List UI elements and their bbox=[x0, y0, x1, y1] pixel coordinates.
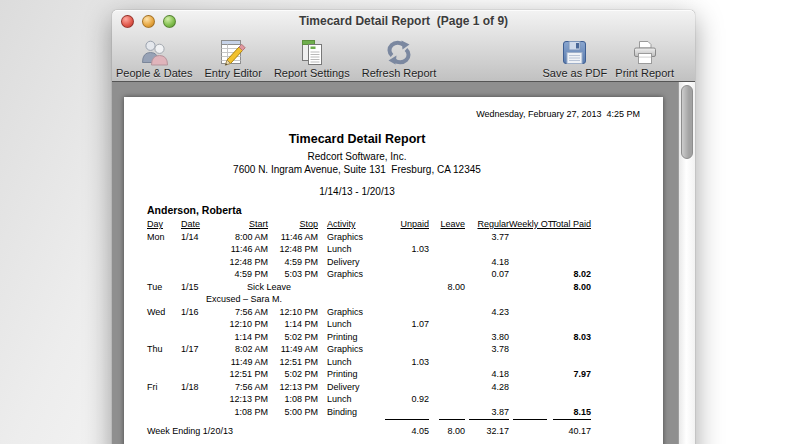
cell-leave bbox=[429, 331, 465, 344]
cell-weekly-ot bbox=[509, 268, 547, 281]
table-row: Fri1/187:56 AM12:13 PMDelivery4.28 bbox=[124, 381, 644, 394]
cell-leave bbox=[429, 243, 465, 256]
cell-total-paid bbox=[547, 256, 591, 269]
cell-day: Tue bbox=[147, 281, 181, 294]
report-date-range: 1/14/13 - 1/20/13 bbox=[124, 186, 590, 197]
employee-name: Anderson, Roberta bbox=[147, 204, 242, 216]
cell-start: 11:49 AM bbox=[220, 356, 268, 369]
cell-day bbox=[147, 243, 181, 256]
table-row: 12:48 PM4:59 PMDelivery4.18 bbox=[124, 256, 644, 269]
table-row: 11:46 AM12:48 PMLunch1.03 bbox=[124, 243, 644, 256]
cell-total-paid bbox=[547, 393, 591, 406]
cell-weekly-ot bbox=[509, 306, 547, 319]
cell-weekly-ot bbox=[509, 356, 547, 369]
cell-unpaid bbox=[378, 256, 429, 269]
refresh-report-label: Refresh Report bbox=[362, 67, 437, 79]
cell-day bbox=[147, 356, 181, 369]
col-header-unpaid: Unpaid bbox=[378, 218, 429, 231]
col-header-regular: Regular bbox=[465, 218, 509, 231]
cell-regular: 4.23 bbox=[465, 306, 509, 319]
cell-regular: 4.18 bbox=[465, 368, 509, 381]
cell-unpaid bbox=[378, 306, 429, 319]
cell-weekly-ot bbox=[509, 256, 547, 269]
cell-total-paid bbox=[547, 243, 591, 256]
cell-leave bbox=[429, 368, 465, 381]
cell-total-paid bbox=[547, 381, 591, 394]
cell-start: 8:00 AM bbox=[220, 231, 268, 244]
window-title: Timecard Detail Report (Page 1 of 9) bbox=[299, 14, 508, 28]
scrollbar-thumb[interactable] bbox=[681, 85, 693, 159]
people-dates-label: People & Dates bbox=[116, 67, 192, 79]
cell-unpaid bbox=[378, 231, 429, 244]
cell-activity bbox=[318, 281, 378, 294]
refresh-icon bbox=[384, 39, 414, 67]
cell-leave: 8.00 bbox=[429, 281, 465, 294]
cell-start: 11:46 AM bbox=[220, 243, 268, 256]
cell-stop: 5:00 PM bbox=[268, 406, 318, 419]
scrollbar-track[interactable] bbox=[678, 82, 695, 444]
cell-stop: 11:46 AM bbox=[268, 231, 318, 244]
table-row: 4:59 PM5:03 PMGraphics0.078.02 bbox=[124, 268, 644, 281]
toolbar-right-group: Save as PDF bbox=[541, 33, 675, 79]
cell-regular: 3.80 bbox=[465, 331, 509, 344]
report-settings-button[interactable]: Report Settings bbox=[273, 33, 351, 79]
cell-total-paid: 8.03 bbox=[547, 331, 591, 344]
print-report-button[interactable]: Print Report bbox=[614, 33, 675, 79]
cell-day bbox=[147, 268, 181, 281]
cell-start: 12:10 PM bbox=[220, 318, 268, 331]
minimize-button[interactable] bbox=[142, 15, 155, 28]
cell-unpaid bbox=[378, 343, 429, 356]
cell-leave-span: Sick Leave bbox=[220, 281, 318, 294]
cell-start: 4:59 PM bbox=[220, 268, 268, 281]
timecard-table: Day Date Start Stop Activity Unpaid Leav… bbox=[124, 218, 644, 438]
cell-regular: 4.28 bbox=[465, 381, 509, 394]
cell-date: 1/17 bbox=[181, 343, 220, 356]
cell-activity: Graphics bbox=[318, 268, 378, 281]
table-row: Thu1/178:02 AM11:49 AMGraphics3.78 bbox=[124, 343, 644, 356]
table-header-row: Day Date Start Stop Activity Unpaid Leav… bbox=[124, 218, 644, 231]
rule-weekly-ot bbox=[509, 411, 547, 424]
entry-editor-button[interactable]: Entry Editor bbox=[203, 33, 262, 79]
cell-stop: 1:08 PM bbox=[268, 393, 318, 406]
cell-leave bbox=[429, 343, 465, 356]
cell-date bbox=[181, 243, 220, 256]
cell-stop: 11:49 AM bbox=[268, 343, 318, 356]
cell-start: 1:14 PM bbox=[220, 331, 268, 344]
cell-date bbox=[181, 368, 220, 381]
cell-regular: 3.78 bbox=[465, 343, 509, 356]
cell-regular bbox=[465, 356, 509, 369]
cell-stop: 5:03 PM bbox=[268, 268, 318, 281]
table-row: 12:10 PM1:14 PMLunch1.07 bbox=[124, 318, 644, 331]
cell-stop: 12:10 PM bbox=[268, 306, 318, 319]
cell-activity: Lunch bbox=[318, 318, 378, 331]
save-as-pdf-button[interactable]: Save as PDF bbox=[541, 33, 608, 79]
cell-unpaid bbox=[378, 281, 429, 294]
rule-leave bbox=[429, 411, 465, 424]
zoom-button[interactable] bbox=[163, 15, 176, 28]
save-pdf-icon bbox=[561, 39, 588, 67]
cell-stop: 5:02 PM bbox=[268, 331, 318, 344]
cell-stop: 5:02 PM bbox=[268, 368, 318, 381]
rule-total-paid bbox=[547, 411, 591, 424]
cell-total-paid: 8.00 bbox=[547, 281, 591, 294]
close-button[interactable] bbox=[121, 15, 134, 28]
people-dates-button[interactable]: People & Dates bbox=[115, 33, 193, 79]
cell-day bbox=[147, 256, 181, 269]
refresh-report-button[interactable]: Refresh Report bbox=[361, 33, 438, 79]
cell-weekly-ot bbox=[509, 243, 547, 256]
cell-day bbox=[147, 318, 181, 331]
titlebar[interactable]: Timecard Detail Report (Page 1 of 9) bbox=[112, 10, 695, 32]
col-header-weekly-ot: Weekly OT bbox=[509, 218, 547, 231]
report-timestamp: Wednesday, February 27, 2013 4:25 PM bbox=[476, 109, 640, 119]
week-total-regular: 32.17 bbox=[465, 425, 509, 438]
people-dates-icon bbox=[139, 39, 170, 67]
table-row: Mon1/148:00 AM11:46 AMGraphics3.77 bbox=[124, 231, 644, 244]
col-header-activity: Activity bbox=[318, 218, 378, 231]
cell-total-paid bbox=[547, 343, 591, 356]
col-header-start: Start bbox=[220, 218, 268, 231]
cell-date bbox=[181, 406, 220, 419]
table-row: 12:51 PM5:02 PMPrinting4.187.97 bbox=[124, 368, 644, 381]
cell-unpaid bbox=[378, 381, 429, 394]
cell-stop: 12:48 PM bbox=[268, 243, 318, 256]
cell-total-paid bbox=[547, 231, 591, 244]
